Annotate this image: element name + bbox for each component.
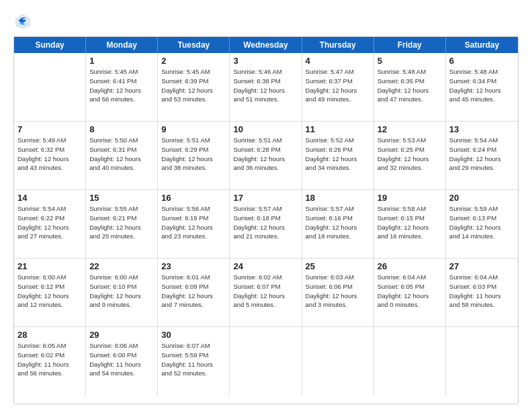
calendar-body: 1Sunrise: 5:45 AMSunset: 6:41 PMDaylight… <box>14 53 518 396</box>
day-info-line-1: Sunset: 6:39 PM <box>161 77 226 86</box>
calendar-cell-r3c1: 22Sunrise: 6:00 AMSunset: 6:10 PMDayligh… <box>86 259 158 326</box>
logo-icon <box>13 12 32 31</box>
day-info-line-2: Daylight: 12 hours <box>378 86 442 95</box>
day-info-line-1: Sunset: 6:19 PM <box>161 214 226 223</box>
day-info-line-2: Daylight: 12 hours <box>378 154 442 164</box>
day-info-line-0: Sunrise: 5:47 AM <box>306 67 370 77</box>
day-number: 20 <box>449 193 515 203</box>
day-info-line-0: Sunrise: 6:06 AM <box>89 341 154 351</box>
day-info-line-1: Sunset: 6:13 PM <box>449 214 515 223</box>
day-info-line-2: Daylight: 11 hours <box>17 360 82 369</box>
day-info-line-0: Sunrise: 6:03 AM <box>306 273 370 282</box>
day-info-line-1: Sunset: 6:28 PM <box>233 145 298 154</box>
day-info-line-3: and 21 minutes. <box>233 232 298 241</box>
day-number: 30 <box>161 330 226 340</box>
day-info: Sunrise: 5:45 AMSunset: 6:39 PMDaylight:… <box>161 67 226 104</box>
day-number: 7 <box>17 124 82 134</box>
day-info-line-2: Daylight: 12 hours <box>17 223 82 232</box>
day-number: 13 <box>449 124 515 134</box>
calendar-cell-r3c4: 25Sunrise: 6:03 AMSunset: 6:06 PMDayligh… <box>302 259 374 326</box>
day-info-line-3: and 16 minutes. <box>378 232 442 241</box>
day-info-line-1: Sunset: 6:09 PM <box>161 282 226 291</box>
calendar-cell-r3c6: 27Sunrise: 6:04 AMSunset: 6:03 PMDayligh… <box>446 259 518 326</box>
calendar-cell-r0c4: 4Sunrise: 5:47 AMSunset: 6:37 PMDaylight… <box>302 53 374 121</box>
day-info-line-3: and 23 minutes. <box>161 232 226 241</box>
day-number: 22 <box>89 261 154 271</box>
day-info-line-3: and 34 minutes. <box>306 163 370 173</box>
calendar-cell-r0c0 <box>14 53 86 121</box>
day-info-line-1: Sunset: 6:06 PM <box>306 282 370 291</box>
day-info-line-3: and 25 minutes. <box>89 232 154 241</box>
calendar-cell-r2c2: 16Sunrise: 5:56 AMSunset: 6:19 PMDayligh… <box>158 190 230 258</box>
day-info-line-0: Sunrise: 5:48 AM <box>378 67 442 77</box>
day-number: 27 <box>449 261 515 271</box>
day-info-line-3: and 32 minutes. <box>378 163 442 173</box>
logo <box>13 12 35 31</box>
day-info-line-1: Sunset: 6:07 PM <box>233 282 298 291</box>
day-info-line-2: Daylight: 12 hours <box>89 86 154 95</box>
day-number: 16 <box>161 193 226 203</box>
day-info-line-3: and 52 minutes. <box>161 369 226 378</box>
day-info-line-2: Daylight: 12 hours <box>378 291 442 301</box>
day-info-line-3: and 49 minutes. <box>306 95 370 104</box>
calendar-cell-r4c4 <box>302 327 374 396</box>
day-info-line-3: and 3 minutes. <box>306 300 370 310</box>
day-number: 28 <box>17 330 82 340</box>
day-number: 10 <box>233 124 298 134</box>
day-number: 15 <box>89 193 154 203</box>
day-info-line-3: and 56 minutes. <box>89 95 154 104</box>
day-info: Sunrise: 6:07 AMSunset: 5:59 PMDaylight:… <box>161 341 226 378</box>
header <box>13 12 519 31</box>
day-number: 12 <box>378 124 442 134</box>
day-info: Sunrise: 6:05 AMSunset: 6:02 PMDaylight:… <box>17 341 82 378</box>
day-info: Sunrise: 5:53 AMSunset: 6:25 PMDaylight:… <box>378 136 442 173</box>
day-info: Sunrise: 6:00 AMSunset: 6:12 PMDaylight:… <box>17 273 82 310</box>
calendar-cell-r4c0: 28Sunrise: 6:05 AMSunset: 6:02 PMDayligh… <box>14 327 86 396</box>
calendar-cell-r4c2: 30Sunrise: 6:07 AMSunset: 5:59 PMDayligh… <box>158 327 230 396</box>
day-info: Sunrise: 6:04 AMSunset: 6:05 PMDaylight:… <box>378 273 442 310</box>
day-info-line-0: Sunrise: 5:57 AM <box>233 204 298 214</box>
day-number: 14 <box>17 193 82 203</box>
day-info-line-1: Sunset: 6:37 PM <box>306 77 370 86</box>
day-info: Sunrise: 5:50 AMSunset: 6:31 PMDaylight:… <box>89 136 154 173</box>
day-number: 5 <box>378 56 442 66</box>
day-info-line-0: Sunrise: 5:53 AM <box>378 136 442 145</box>
day-info-line-2: Daylight: 12 hours <box>89 223 154 232</box>
calendar-cell-r4c3 <box>230 327 302 396</box>
calendar-cell-r1c4: 11Sunrise: 5:52 AMSunset: 6:26 PMDayligh… <box>302 122 374 189</box>
day-info-line-1: Sunset: 6:16 PM <box>306 214 370 223</box>
weekday-header-monday: Monday <box>86 37 158 53</box>
day-info-line-0: Sunrise: 5:48 AM <box>449 67 515 77</box>
day-number: 9 <box>161 124 226 134</box>
day-info-line-3: and 54 minutes. <box>89 369 154 378</box>
day-info-line-2: Daylight: 12 hours <box>306 223 370 232</box>
day-number: 29 <box>89 330 154 340</box>
day-info-line-1: Sunset: 5:59 PM <box>161 351 226 360</box>
day-info: Sunrise: 6:04 AMSunset: 6:03 PMDaylight:… <box>449 273 515 310</box>
day-info-line-0: Sunrise: 5:57 AM <box>306 204 370 214</box>
calendar-cell-r2c0: 14Sunrise: 5:54 AMSunset: 6:22 PMDayligh… <box>14 190 86 258</box>
calendar-cell-r1c1: 8Sunrise: 5:50 AMSunset: 6:31 PMDaylight… <box>86 122 158 189</box>
day-number: 3 <box>233 56 298 66</box>
day-number: 17 <box>233 193 298 203</box>
calendar-cell-r0c5: 5Sunrise: 5:48 AMSunset: 6:35 PMDaylight… <box>374 53 446 121</box>
day-info-line-3: and 7 minutes. <box>161 300 226 310</box>
calendar-cell-r4c6 <box>446 327 518 396</box>
day-info-line-1: Sunset: 6:26 PM <box>306 145 370 154</box>
day-info-line-0: Sunrise: 5:51 AM <box>233 136 298 145</box>
day-number: 6 <box>449 56 515 66</box>
day-number: 1 <box>89 56 154 66</box>
calendar-row-4: 28Sunrise: 6:05 AMSunset: 6:02 PMDayligh… <box>14 327 518 396</box>
day-number: 21 <box>17 261 82 271</box>
calendar-cell-r1c6: 13Sunrise: 5:54 AMSunset: 6:24 PMDayligh… <box>446 122 518 189</box>
day-info-line-3: and 47 minutes. <box>378 95 442 104</box>
day-info-line-0: Sunrise: 6:05 AM <box>17 341 82 351</box>
page: SundayMondayTuesdayWednesdayThursdayFrid… <box>0 0 532 411</box>
day-number: 11 <box>306 124 370 134</box>
calendar-cell-r1c3: 10Sunrise: 5:51 AMSunset: 6:28 PMDayligh… <box>230 122 302 189</box>
day-info-line-1: Sunset: 6:34 PM <box>449 77 515 86</box>
day-number: 26 <box>378 261 442 271</box>
calendar-cell-r2c6: 20Sunrise: 5:59 AMSunset: 6:13 PMDayligh… <box>446 190 518 258</box>
day-info-line-0: Sunrise: 5:54 AM <box>449 136 515 145</box>
day-info-line-2: Daylight: 12 hours <box>449 223 515 232</box>
